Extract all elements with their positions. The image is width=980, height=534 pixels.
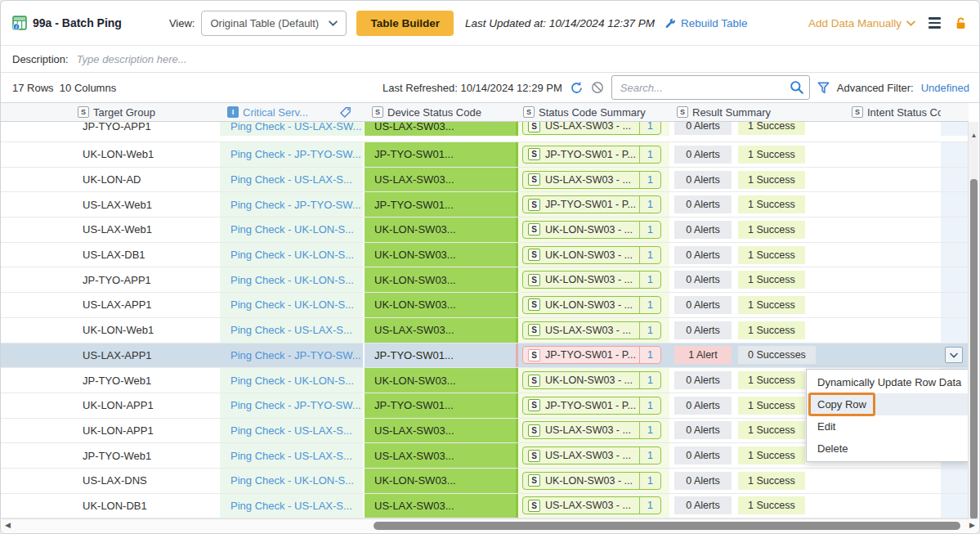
advanced-filter-value[interactable]: Undefined <box>921 82 969 94</box>
cell-critical-service: Ping Check - US-LAX-SW... <box>220 122 365 136</box>
cell-target-group: US-LAX-Web1 <box>70 218 220 242</box>
description-input[interactable] <box>77 53 968 65</box>
row-handle[interactable] <box>1 293 70 317</box>
scroll-right-arrow[interactable]: ▶ <box>969 521 975 529</box>
critical-service-link[interactable]: Ping Check - JP-TYO-SW... <box>230 148 361 160</box>
row-handle[interactable] <box>1 192 70 217</box>
table-row[interactable]: US-LAX-DB1 Ping Check - UK-LON-S... UK-L… <box>1 243 969 268</box>
row-handle[interactable] <box>1 122 70 136</box>
table-row[interactable]: US-LAX-Web1 Ping Check - JP-TYO-SW... JP… <box>1 192 969 218</box>
cell-device-status-code: UK-LON-SW03... <box>365 218 516 242</box>
critical-service-link[interactable]: Ping Check - JP-TYO-SW... <box>230 399 361 411</box>
row-handle[interactable] <box>1 469 70 493</box>
table-row[interactable]: JP-TYO-APP1 Ping Check - UK-LON-S... UK-… <box>1 267 969 293</box>
status-summary-text: UK-LON-SW03 - ... <box>545 249 639 261</box>
menu-icon[interactable] <box>929 17 941 28</box>
row-handle[interactable] <box>1 494 70 518</box>
cell-intent-status-code <box>844 293 941 317</box>
critical-service-link[interactable]: Ping Check - JP-TYO-SW... <box>230 349 361 361</box>
cell-device-status-code: UK-LON-SW03... <box>365 293 516 317</box>
vertical-scroll-thumb[interactable] <box>970 179 978 519</box>
row-handle[interactable] <box>1 393 70 418</box>
critical-service-link[interactable]: Ping Check - UK-LON-S... <box>230 474 354 487</box>
row-menu-button[interactable] <box>945 347 963 363</box>
row-handle[interactable] <box>1 168 70 192</box>
cell-status-code-summary: S US-LAX-SW03 - ... 1 <box>516 122 669 136</box>
clear-refresh-button[interactable] <box>591 81 604 94</box>
table-row[interactable]: US-LAX-Web1 Ping Check - UK-LON-S... UK-… <box>1 218 969 243</box>
alerts-badge: 0 Alerts <box>674 397 732 415</box>
column-header[interactable]: S Target Group <box>70 103 220 121</box>
vertical-scrollbar[interactable]: ▲ <box>968 122 978 519</box>
status-summary-count: 1 <box>639 222 660 238</box>
status-summary-text: US-LAX-SW03 - ... <box>545 450 639 461</box>
context-menu-item[interactable]: Dynamically Update Row Data <box>807 371 969 393</box>
scroll-left-arrow[interactable]: ◀ <box>5 521 11 529</box>
table-row[interactable]: US-LAX-APP1 Ping Check - JP-TYO-SW... JP… <box>1 343 969 369</box>
status-summary-count: 1 <box>639 447 660 464</box>
column-header[interactable]: S Status Code Summary <box>516 103 669 121</box>
scroll-up-arrow[interactable]: ▲ <box>969 132 979 139</box>
context-menu-item[interactable]: Edit <box>807 415 969 438</box>
cell-status-code-summary: S JP-TYO-SW01 - P... 1 <box>516 142 669 167</box>
refresh-button[interactable] <box>570 81 584 95</box>
column-type-icon: S <box>677 106 688 118</box>
row-handle[interactable] <box>1 318 70 343</box>
status-summary-badge: S JP-TYO-SW01 - P... 1 <box>522 146 661 164</box>
column-header[interactable]: I Critical Serv... <box>220 103 365 121</box>
add-data-manually-menu[interactable]: Add Data Manually <box>808 17 915 29</box>
critical-service-link[interactable]: Ping Check - UK-LON-S... <box>230 223 354 236</box>
status-summary-count: 1 <box>639 422 660 438</box>
cell-status-code-summary: S UK-LON-SW03 - ... 1 <box>516 218 669 242</box>
table-row[interactable]: UK-LON-DB1 Ping Check - US-LAX-S... US-L… <box>1 494 969 519</box>
cell-critical-service: Ping Check - UK-LON-S... <box>220 469 365 493</box>
context-menu-item[interactable]: Copy Row <box>807 393 969 415</box>
critical-service-link[interactable]: Ping Check - UK-LON-S... <box>230 298 354 311</box>
unlock-icon[interactable] <box>954 16 968 30</box>
critical-service-link[interactable]: Ping Check - US-LAX-S... <box>230 424 352 437</box>
critical-service-link[interactable]: Ping Check - US-LAX-S... <box>230 500 352 512</box>
table-row[interactable]: UK-LON-AD Ping Check - US-LAX-S... US-LA… <box>1 168 969 193</box>
horizontal-scrollbar[interactable]: ◀ ▶ <box>2 518 978 532</box>
status-s-icon: S <box>528 173 540 186</box>
table-row[interactable]: JP-TYO-APP1 Ping Check - US-LAX-SW... US… <box>1 122 969 142</box>
critical-service-link[interactable]: Ping Check - UK-LON-S... <box>230 375 354 387</box>
row-handle[interactable] <box>1 267 70 292</box>
context-menu-item[interactable]: Delete <box>807 438 969 460</box>
horizontal-scroll-thumb[interactable] <box>374 522 960 530</box>
filter-icon[interactable] <box>817 82 830 94</box>
cell-device-status-code: UK-LON-SW03... <box>365 243 516 267</box>
row-handle[interactable] <box>1 142 70 167</box>
row-handle[interactable] <box>1 443 70 468</box>
column-header[interactable]: S Result Summary <box>669 103 844 121</box>
table-builder-button[interactable]: Table Builder <box>356 11 454 36</box>
table-row[interactable]: US-LAX-DNS Ping Check - UK-LON-S... UK-L… <box>1 469 969 494</box>
row-handle[interactable] <box>1 243 70 267</box>
critical-service-link[interactable]: Ping Check - US-LAX-S... <box>230 173 352 186</box>
critical-service-link[interactable]: Ping Check - JP-TYO-SW... <box>230 199 361 211</box>
view-select[interactable]: Original Table (Default) <box>201 11 347 36</box>
row-handle[interactable] <box>1 419 70 443</box>
search-input[interactable] <box>611 75 810 100</box>
column-header[interactable]: S Device Status Code <box>365 103 516 121</box>
row-handle[interactable] <box>1 218 70 242</box>
status-s-icon: S <box>528 274 540 286</box>
search-icon[interactable] <box>790 80 804 95</box>
table-row[interactable]: US-LAX-APP1 Ping Check - UK-LON-S... UK-… <box>1 293 969 318</box>
row-handle[interactable] <box>1 343 70 368</box>
table-row[interactable]: UK-LON-Web1 Ping Check - US-LAX-S... US-… <box>1 318 969 343</box>
row-handle[interactable] <box>1 368 70 393</box>
status-s-icon: S <box>528 349 540 361</box>
cell-intent-status-code <box>844 168 941 192</box>
critical-service-link[interactable]: Ping Check - US-LAX-S... <box>230 450 352 462</box>
critical-service-link[interactable]: Ping Check - US-LAX-SW... <box>230 122 361 132</box>
row-count: 17 Rows <box>12 82 54 94</box>
critical-service-link[interactable]: Ping Check - UK-LON-S... <box>230 249 354 261</box>
column-header[interactable]: S Intent Status Code <box>844 103 941 121</box>
table-row[interactable]: UK-LON-Web1 Ping Check - JP-TYO-SW... JP… <box>1 142 969 168</box>
rebuild-table-link[interactable]: Rebuild Table <box>665 17 748 29</box>
critical-service-link[interactable]: Ping Check - US-LAX-S... <box>230 324 352 336</box>
cell-critical-service: Ping Check - JP-TYO-SW... <box>220 142 365 167</box>
cell-result-summary: 0 Alerts 1 Success <box>669 218 844 242</box>
critical-service-link[interactable]: Ping Check - UK-LON-S... <box>230 274 354 286</box>
